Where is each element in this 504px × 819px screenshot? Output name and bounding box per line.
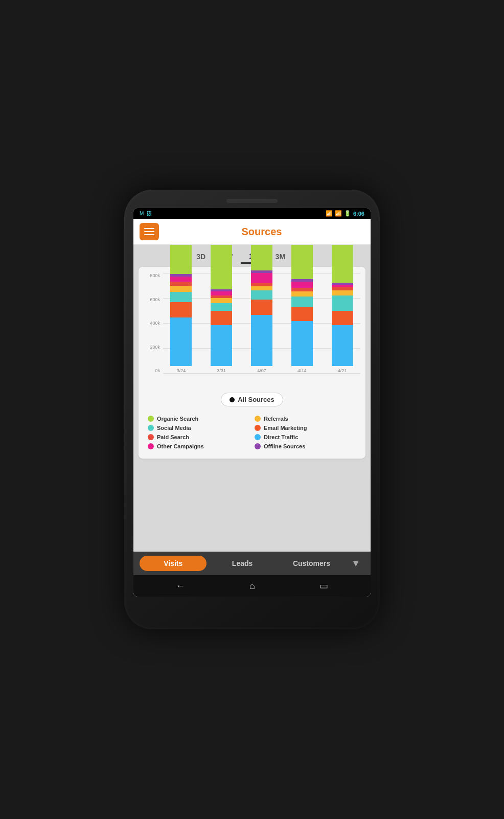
phone-screen: M 🖼 📶 📶 🔋 6:06 Sources 3D [133, 208, 371, 597]
stacked-bar-421 [332, 245, 353, 366]
nav-bar: ← ⌂ ▭ [133, 575, 371, 597]
stacked-bar-331 [211, 245, 232, 366]
phone-device: M 🖼 📶 📶 🔋 6:06 Sources 3D [124, 190, 380, 629]
segment-social-414 [291, 297, 313, 307]
segment-email-414 [291, 307, 313, 321]
bar-group-324: 3/24 [163, 245, 199, 373]
bar-group-331: 3/31 [203, 245, 240, 373]
segment-email-407 [251, 300, 272, 315]
stacked-bar-324 [170, 245, 192, 366]
bar-label-324: 3/24 [177, 368, 186, 373]
all-sources-label: All Sources [238, 396, 274, 403]
grid-line-bottom [163, 373, 360, 374]
legend-label-offline: Offline Sources [264, 443, 305, 449]
battery-icon: 🔋 [344, 210, 351, 217]
app-header: Sources [133, 219, 371, 245]
signal-icon: 📶 [335, 210, 342, 217]
chart-area: 800k 600k 400k 200k 0k [144, 273, 360, 385]
legend-item-offline[interactable]: Offline Sources [255, 443, 356, 449]
y-label-800k: 800k [144, 273, 162, 278]
main-content: 3D 1W 1M 3M ... 800k 600k 400k 200k 0k [133, 245, 371, 552]
page-title: Sources [159, 226, 364, 238]
y-label-0k: 0k [144, 368, 162, 373]
recent-button[interactable]: ▭ [319, 580, 328, 592]
stacked-bar-414 [291, 245, 313, 366]
segment-direct-414 [291, 321, 313, 366]
bar-label-421: 4/21 [338, 368, 347, 373]
legend-item-social[interactable]: Social Media [148, 425, 249, 431]
segment-email-324 [170, 302, 192, 317]
bar-label-407: 4/07 [257, 368, 266, 373]
segment-direct-331 [211, 325, 232, 366]
all-sources-button[interactable]: All Sources [221, 393, 283, 406]
segment-direct-324 [170, 317, 192, 366]
bottom-tab-bar: Visits Leads Customers ▼ [133, 552, 371, 575]
menu-button[interactable] [140, 223, 159, 240]
legend-label-other: Other Campaigns [157, 443, 204, 449]
bar-group-421: 4/21 [324, 245, 360, 373]
legend-item-paid[interactable]: Paid Search [148, 434, 249, 440]
y-label-600k: 600k [144, 297, 162, 302]
segment-organic-324 [170, 245, 192, 274]
bar-label-414: 4/14 [297, 368, 307, 373]
segment-organic-421 [332, 245, 353, 283]
segment-other-407 [251, 273, 272, 283]
filter-icon[interactable]: ▼ [347, 556, 364, 571]
chart-legend: Organic Search Referrals Social Media Em… [144, 414, 360, 453]
segment-social-421 [332, 295, 353, 311]
segment-direct-407 [251, 315, 272, 366]
stacked-bar-407 [251, 245, 272, 366]
status-left: M 🖼 [140, 211, 152, 216]
legend-dot-direct [255, 434, 261, 440]
legend-label-paid: Paid Search [157, 434, 189, 440]
legend-item-other[interactable]: Other Campaigns [148, 443, 249, 449]
segment-other-324 [170, 277, 192, 282]
chart-card: 800k 600k 400k 200k 0k [139, 267, 365, 459]
menu-line-2 [144, 231, 154, 232]
segment-paid-324 [170, 282, 192, 286]
gmail-icon: M [140, 211, 144, 216]
segment-referral-324 [170, 286, 192, 292]
menu-line-3 [144, 234, 154, 235]
segment-paid-414 [291, 288, 313, 291]
segment-referral-421 [332, 290, 353, 295]
segment-referral-331 [211, 298, 232, 303]
legend-dot-social [148, 425, 154, 431]
y-label-400k: 400k [144, 321, 162, 326]
legend-item-referrals[interactable]: Referrals [255, 416, 356, 422]
legend-item-organic[interactable]: Organic Search [148, 416, 249, 422]
legend-item-direct[interactable]: Direct Traffic [255, 434, 356, 440]
segment-organic-331 [211, 245, 232, 289]
clock: 6:06 [353, 211, 364, 217]
all-sources-dot [230, 397, 235, 402]
menu-line-1 [144, 228, 154, 229]
legend-label-direct: Direct Traffic [264, 434, 298, 440]
phone-speaker [226, 199, 278, 203]
legend-dot-organic [148, 416, 154, 422]
segment-social-324 [170, 292, 192, 302]
segment-referral-414 [291, 291, 313, 297]
segment-organic-414 [291, 245, 313, 279]
segment-social-407 [251, 290, 272, 300]
legend-dot-other [148, 443, 154, 449]
segment-email-421 [332, 311, 353, 325]
legend-dot-referrals [255, 416, 261, 422]
legend-item-email[interactable]: Email Marketing [255, 425, 356, 431]
bars-container: 3/24 [163, 273, 360, 373]
tab-leads[interactable]: Leads [209, 556, 276, 571]
tab-visits[interactable]: Visits [140, 556, 207, 571]
segment-other-331 [211, 291, 232, 295]
y-axis: 800k 600k 400k 200k 0k [144, 273, 162, 373]
legend-dot-email [255, 425, 261, 431]
legend-label-organic: Organic Search [157, 416, 198, 422]
back-button[interactable]: ← [176, 581, 185, 592]
segment-other-414 [291, 282, 313, 288]
status-bar: M 🖼 📶 📶 🔋 6:06 [133, 208, 371, 219]
home-button[interactable]: ⌂ [249, 581, 255, 592]
tab-customers[interactable]: Customers [278, 556, 345, 571]
legend-dot-paid [148, 434, 154, 440]
segment-direct-421 [332, 325, 353, 366]
segment-organic-407 [251, 245, 272, 270]
segment-social-331 [211, 303, 232, 311]
y-label-200k: 200k [144, 345, 162, 350]
